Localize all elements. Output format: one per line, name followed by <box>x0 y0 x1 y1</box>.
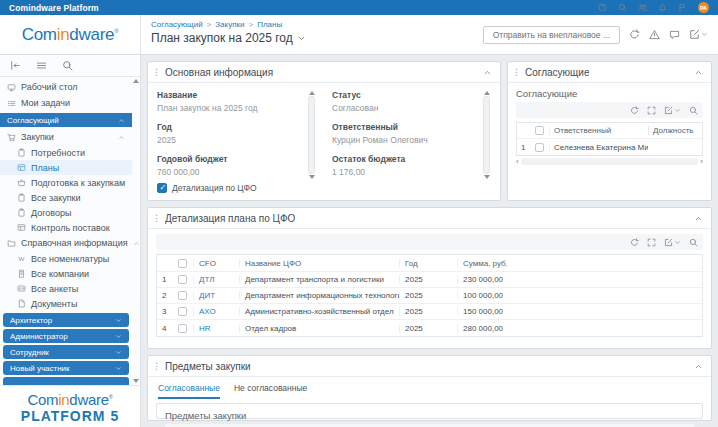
cell-name: Департамент транспорта и логистики <box>239 275 399 284</box>
table-row[interactable]: 3 АХО Административно-хозяйственный отде… <box>157 304 702 320</box>
cell-amount: 280 000,00 <box>457 324 702 333</box>
select-all-checkbox[interactable] <box>535 126 544 135</box>
w-icon <box>17 254 26 263</box>
sidebar-role-approver[interactable]: Согласующий <box>0 113 132 127</box>
cfo-table: CFO Название ЦФО Год Сумма, руб. 1 ДТЛ Д… <box>156 254 703 337</box>
sidebar-item-plans[interactable]: Планы <box>0 160 132 175</box>
column-header[interactable]: Ответственный <box>549 126 648 135</box>
sidebar-item-desktop[interactable]: Рабочий стол <box>0 79 132 95</box>
expand-icon[interactable] <box>647 106 656 115</box>
comment-icon[interactable] <box>669 29 680 40</box>
tab-approved[interactable]: Согласованные <box>158 383 220 399</box>
expand-icon[interactable] <box>647 238 656 247</box>
drag-handle-icon[interactable]: ⋮ <box>512 68 521 77</box>
drag-handle-icon[interactable]: ⋮ <box>152 214 161 223</box>
sidebar-scrollbar[interactable] <box>132 79 139 383</box>
page-title: План закупок на 2025 год <box>151 31 473 45</box>
collapse-panel-icon[interactable] <box>694 68 703 77</box>
header: Comindware® Согласующий > Закупки > План… <box>0 15 718 55</box>
row-checkbox[interactable] <box>178 275 187 284</box>
search-icon[interactable] <box>689 238 698 247</box>
scroll-down-icon[interactable] <box>133 379 139 383</box>
table-row[interactable]: 4 HR Отдел кадров 2025 280 000,00 <box>157 320 702 336</box>
column-header[interactable]: Сумма, руб. <box>457 259 702 268</box>
row-checkbox[interactable] <box>178 291 187 300</box>
sidebar-search-icon[interactable] <box>62 60 73 71</box>
edit-menu-button[interactable] <box>664 238 681 247</box>
tab-not-approved[interactable]: Не согласованные <box>234 383 307 399</box>
row-checkbox[interactable] <box>178 324 187 333</box>
clipboard-icon <box>17 208 26 217</box>
cfo-link[interactable]: HR <box>199 324 211 333</box>
users-icon[interactable] <box>638 3 647 12</box>
scroll-left-icon[interactable]: ‹ <box>516 157 519 166</box>
sidebar-collapse-icon[interactable] <box>10 60 21 71</box>
table-row[interactable]: 2 ДИТ Департамент информационных техноло… <box>157 288 702 304</box>
refresh-icon[interactable] <box>630 238 639 247</box>
avatar[interactable]: РА <box>698 2 709 13</box>
scrollbar-horizontal[interactable]: ‹ › <box>516 157 703 166</box>
warning-icon[interactable] <box>649 29 660 40</box>
clipboard-icon <box>17 148 26 157</box>
sidebar-item-documents[interactable]: Документы <box>0 296 132 311</box>
column-header[interactable]: Название ЦФО <box>239 259 399 268</box>
sidebar-item-purchase-prep[interactable]: Подготовка к закупкам <box>0 175 132 190</box>
page-title-chevron-icon[interactable] <box>297 34 306 43</box>
sidebar-role-employee[interactable]: Сотрудник <box>3 345 129 359</box>
app-logo[interactable]: Comindware® <box>0 15 141 54</box>
edit-menu-button[interactable] <box>664 106 681 115</box>
scrollbar-vertical[interactable] <box>307 91 316 179</box>
row-checkbox[interactable] <box>535 143 544 152</box>
cell-name: Административно-хозяйственный отдел <box>239 307 399 316</box>
sidebar-item-nomenclatures[interactable]: Все номенклатуры <box>0 251 132 266</box>
help-icon[interactable] <box>598 3 607 12</box>
refresh-icon[interactable] <box>629 29 640 40</box>
approvers-table: Ответственный Должность 1 Селезнева Екат… <box>516 122 703 156</box>
sidebar-menu-icon[interactable] <box>36 60 47 71</box>
column-header[interactable]: Год <box>399 259 457 268</box>
collapse-panel-icon[interactable] <box>483 68 492 77</box>
sidebar-item-needs[interactable]: Потребности <box>0 145 132 160</box>
bell-icon[interactable] <box>658 3 667 12</box>
table-row[interactable]: 1 Селезнева Екатерина Миха... <box>517 139 702 155</box>
sidebar-role-partial[interactable] <box>3 377 129 385</box>
scroll-right-icon[interactable]: › <box>700 157 703 166</box>
cfo-link[interactable]: АХО <box>199 307 216 316</box>
row-checkbox[interactable] <box>178 307 187 316</box>
column-header[interactable]: Должность <box>648 126 702 135</box>
sidebar-item-questionnaires[interactable]: Все анкеты <box>0 281 132 296</box>
breadcrumb-link[interactable]: Согласующий <box>151 20 203 29</box>
cfo-link[interactable]: ДИТ <box>199 291 215 300</box>
flag-icon[interactable] <box>678 3 687 12</box>
sidebar-group-reference-info[interactable]: Справочная информация <box>0 235 132 251</box>
sidebar-item-contracts[interactable]: Договоры <box>0 205 132 220</box>
sidebar-item-companies[interactable]: Все компании <box>0 266 132 281</box>
sidebar-role-administrator[interactable]: Администратор <box>3 329 129 343</box>
cell-amount: 230 000,00 <box>457 275 702 284</box>
refresh-icon[interactable] <box>630 106 639 115</box>
column-header[interactable]: CFO <box>193 259 239 268</box>
sidebar-item-supply-control[interactable]: Контроль поставок <box>0 220 132 235</box>
sidebar-group-purchases[interactable]: Закупки <box>0 129 132 145</box>
drag-handle-icon[interactable]: ⋮ <box>152 362 161 371</box>
scrollbar-vertical[interactable] <box>482 91 491 179</box>
sidebar-role-new-member[interactable]: Новый участник <box>3 361 129 375</box>
sidebar-role-architect[interactable]: Архитектор <box>3 313 129 327</box>
breadcrumb-link[interactable]: Планы <box>257 20 282 29</box>
drag-handle-icon[interactable]: ⋮ <box>152 68 161 77</box>
scroll-up-icon[interactable] <box>133 79 139 83</box>
select-all-checkbox[interactable] <box>178 259 187 268</box>
clipboard-icon <box>17 193 26 202</box>
sidebar-item-all-purchases[interactable]: Все закупки <box>0 190 132 205</box>
table-row[interactable]: 1 ДТЛ Департамент транспорта и логистики… <box>157 272 702 288</box>
cfo-detail-checkbox[interactable] <box>157 183 167 193</box>
collapse-panel-icon[interactable] <box>694 362 703 371</box>
edit-menu-button[interactable] <box>689 29 708 40</box>
send-unscheduled-button[interactable]: Отправить на внеплановое ... <box>483 26 620 44</box>
search-icon[interactable] <box>689 106 698 115</box>
cfo-link[interactable]: ДТЛ <box>199 275 214 284</box>
breadcrumb-link[interactable]: Закупки <box>215 20 244 29</box>
collapse-panel-icon[interactable] <box>694 214 703 223</box>
search-icon[interactable] <box>618 3 627 12</box>
sidebar-item-my-tasks[interactable]: Мои задачи <box>0 95 132 111</box>
